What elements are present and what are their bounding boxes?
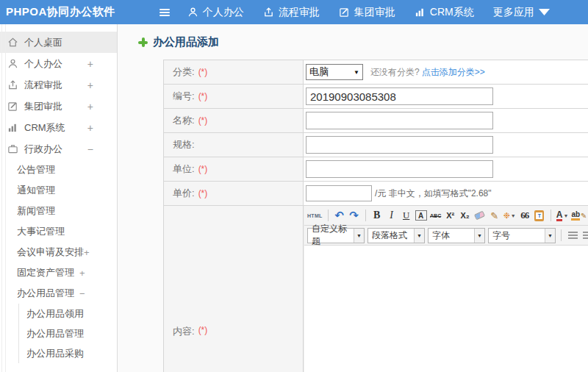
required-marker: (*) xyxy=(198,91,208,101)
subscript-button[interactable]: X₂ xyxy=(459,209,471,223)
magic-icon: ❉ xyxy=(503,211,510,221)
edit-icon xyxy=(7,101,18,112)
font-style-button[interactable]: A xyxy=(415,210,427,221)
font-family-select[interactable]: 字体▼ xyxy=(428,228,485,243)
expand-icon[interactable]: + xyxy=(87,122,107,134)
paste-text-button[interactable]: T xyxy=(534,209,545,223)
top-navigation: 个人办公 流程审批 集团审批 CRM系统 更多应用 xyxy=(187,6,550,19)
page-title-text: 办公用品添加 xyxy=(153,35,219,49)
sidebar-item-announcement-mgmt[interactable]: 公告管理 xyxy=(0,160,117,180)
nav-label: CRM系统 xyxy=(430,6,474,19)
category-selected-value: 电脑 xyxy=(309,65,329,79)
auto-typeset-button[interactable]: ❉▼ xyxy=(503,209,516,223)
code-input[interactable] xyxy=(306,87,493,105)
undo-button[interactable]: ↶ xyxy=(334,209,345,223)
nav-label: 个人办公 xyxy=(203,6,244,19)
sidebar-item-personal-desktop[interactable]: 个人桌面 xyxy=(0,32,117,53)
sidebar-item-news-mgmt[interactable]: 新闻管理 xyxy=(0,201,117,221)
font-color-button[interactable]: A▼ xyxy=(556,209,569,223)
expand-icon[interactable]: + xyxy=(87,58,107,70)
dropdown-arrow-icon: ▼ xyxy=(545,229,555,243)
clipboard-icon: T xyxy=(534,210,544,221)
editor-content-area[interactable] xyxy=(304,246,588,372)
hamburger-menu-icon[interactable] xyxy=(157,6,173,19)
sidebar-item-fixed-assets-mgmt[interactable]: 固定资产管理+ xyxy=(0,262,117,283)
add-category-link[interactable]: 点击添加分类>> xyxy=(422,66,485,79)
align-left-button[interactable] xyxy=(567,229,578,243)
nav-personal-office[interactable]: 个人办公 xyxy=(187,6,244,19)
form-row-code: 编号: (*) xyxy=(164,85,588,109)
format-brush-button[interactable]: ✎ xyxy=(489,209,501,223)
nav-label: 更多应用 xyxy=(493,6,534,19)
supply-add-form: 分类: (*) 电脑 ▼ 还没有分类? 点击添加分类>> 编号: (*) xyxy=(163,60,588,372)
sidebar-item-events-mgmt[interactable]: 大事记管理 xyxy=(0,221,117,242)
redo-button[interactable]: ↷ xyxy=(348,209,360,223)
sidebar-item-label: 大事记管理 xyxy=(17,225,65,238)
italic-button[interactable]: I xyxy=(386,209,398,223)
pencil-icon: ✎ xyxy=(581,212,587,220)
align-center-button[interactable] xyxy=(581,229,588,243)
nav-crm-system[interactable]: CRM系统 xyxy=(415,6,474,19)
edit-icon xyxy=(339,7,350,18)
sidebar-item-group-approval[interactable]: 集团审批 + xyxy=(0,96,117,117)
sidebar-item-admin-office[interactable]: 行政办公 − xyxy=(0,138,117,160)
price-input[interactable] xyxy=(306,185,372,201)
nav-label: 集团审批 xyxy=(354,6,395,19)
rich-text-editor: HTML ↶ ↷ B I U A ABC X² X₂ ✎ xyxy=(304,206,588,372)
dropdown-arrow-icon: ▼ xyxy=(511,213,516,218)
strikethrough-button[interactable]: ABC xyxy=(430,209,442,223)
sidebar-item-supplies-purchase[interactable]: 办公用品采购 xyxy=(19,343,117,363)
underline-button[interactable]: U xyxy=(401,209,412,223)
sidebar-scrollbar[interactable] xyxy=(1,24,6,372)
highlight-color-button[interactable]: ab✎▼ xyxy=(571,209,588,223)
briefcase-icon xyxy=(7,143,18,154)
align-left-icon xyxy=(568,232,578,239)
expand-icon[interactable]: + xyxy=(87,79,107,91)
sidebar-item-supplies-manage[interactable]: 办公用品管理 xyxy=(19,323,117,343)
field-label: 规格: xyxy=(164,133,304,157)
sidebar-item-notice-mgmt[interactable]: 通知管理 xyxy=(0,180,117,201)
eraser-icon xyxy=(474,211,485,221)
sidebar-item-meeting-mgmt[interactable]: 会议申请及安排+ xyxy=(0,242,117,262)
blockquote-button[interactable]: 66 xyxy=(519,209,531,223)
collapse-icon[interactable]: − xyxy=(87,143,107,155)
name-input[interactable] xyxy=(306,112,493,129)
font-size-select[interactable]: 字号▼ xyxy=(488,228,556,243)
sidebar-item-supplies-claim[interactable]: 办公用品领用 xyxy=(19,304,117,323)
dropdown-arrow-icon: ▼ xyxy=(414,229,424,243)
nav-workflow-approval[interactable]: 流程审批 xyxy=(263,6,320,19)
chart-icon xyxy=(7,122,18,133)
bold-button[interactable]: B xyxy=(371,209,383,223)
dropdown-arrow-icon: ▼ xyxy=(474,229,484,243)
nav-group-approval[interactable]: 集团审批 xyxy=(339,6,395,19)
field-label: 单价: (*) xyxy=(164,182,304,205)
html-source-button[interactable]: HTML xyxy=(307,209,323,223)
eraser-button[interactable] xyxy=(474,209,486,223)
sidebar-item-label: 办公用品管理 xyxy=(17,287,74,300)
spec-input[interactable] xyxy=(306,136,493,154)
category-select[interactable]: 电脑 ▼ xyxy=(306,64,363,80)
expand-icon[interactable]: + xyxy=(87,101,107,112)
unit-input[interactable] xyxy=(306,160,493,178)
user-icon xyxy=(7,58,18,69)
required-marker: (*) xyxy=(198,67,208,77)
sidebar-item-crm[interactable]: CRM系统 + xyxy=(0,117,117,138)
sidebar-item-workflow-approval[interactable]: 流程审批 + xyxy=(0,74,117,96)
collapse-icon[interactable]: − xyxy=(79,288,85,299)
sidebar-item-supplies-mgmt-parent[interactable]: 办公用品管理− xyxy=(0,283,117,304)
nav-more-apps[interactable]: 更多应用 xyxy=(493,6,550,19)
sidebar-item-label: 流程审批 xyxy=(24,79,62,92)
sidebar-item-personal-office[interactable]: 个人办公 + xyxy=(0,53,117,74)
sidebar-item-label: 固定资产管理 xyxy=(17,266,74,279)
paragraph-format-select[interactable]: 段落格式▼ xyxy=(368,228,425,243)
expand-icon[interactable]: + xyxy=(84,247,90,258)
superscript-button[interactable]: X² xyxy=(445,209,456,223)
page-title: 办公用品添加 xyxy=(138,35,588,49)
expand-icon[interactable]: + xyxy=(79,268,85,279)
home-icon xyxy=(7,37,18,48)
align-center-icon xyxy=(583,232,588,239)
custom-heading-select[interactable]: 自定义标题▼ xyxy=(307,228,365,243)
required-marker: (*) xyxy=(198,164,208,174)
sidebar-item-label: 办公用品管理 xyxy=(26,327,84,340)
form-row-unit: 单位: (*) xyxy=(164,157,588,182)
